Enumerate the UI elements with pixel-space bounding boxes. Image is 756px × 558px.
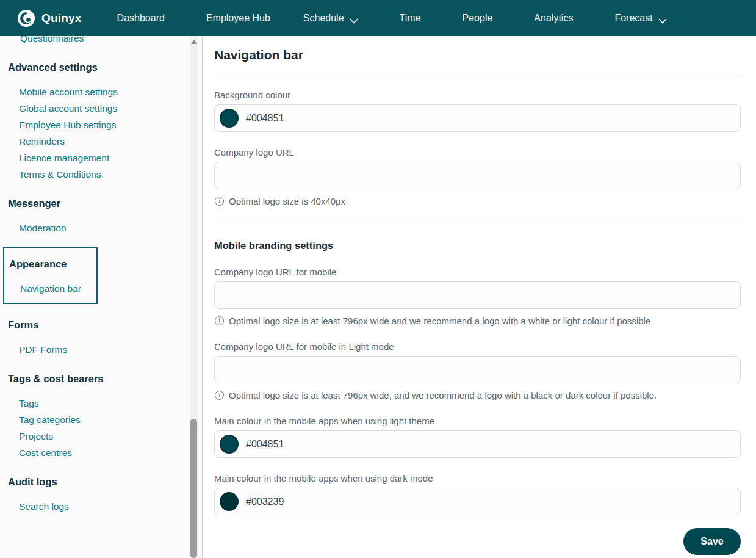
nav-schedule-label: Schedule bbox=[303, 13, 344, 24]
scrollbar-up-arrow-icon[interactable] bbox=[191, 40, 197, 44]
dark-mode-colour-input[interactable] bbox=[214, 488, 741, 515]
mobile-logo-size-hint-text: Optimal logo size is at least 796px wide… bbox=[229, 316, 650, 326]
sidebar-heading-forms: Forms bbox=[0, 319, 189, 331]
mobile-logo-light-url-input[interactable] bbox=[214, 356, 741, 383]
save-row: Save bbox=[214, 528, 741, 555]
top-navigation-bar: Quinyx Dashboard Employee Hub Schedule T… bbox=[0, 0, 756, 36]
sidebar-heading-appearance: Appearance bbox=[4, 258, 96, 270]
nav-employee-hub[interactable]: Employee Hub bbox=[206, 8, 270, 29]
info-icon: i bbox=[215, 197, 224, 206]
mobile-logo-size-hint: i Optimal logo size is at least 796px wi… bbox=[215, 316, 741, 326]
nav-dashboard-label: Dashboard bbox=[117, 13, 165, 24]
sidebar-heading-messenger: Messenger bbox=[0, 198, 189, 209]
nav-time-label: Time bbox=[400, 13, 421, 24]
nav-analytics-label: Analytics bbox=[534, 13, 573, 24]
sidebar-item-reminders[interactable]: Reminders bbox=[0, 133, 189, 150]
sidebar-item-employee-hub-settings[interactable]: Employee Hub settings bbox=[0, 117, 189, 133]
light-theme-colour-label: Main colour in the mobile apps when usin… bbox=[214, 416, 741, 426]
brand-name: Quinyx bbox=[41, 12, 82, 25]
mobile-logo-url-label: Company logo URL for mobile bbox=[214, 267, 741, 277]
nav-employee-hub-label: Employee Hub bbox=[206, 13, 270, 24]
info-icon: i bbox=[215, 316, 224, 325]
sidebar-item-cost-centres[interactable]: Cost centres bbox=[0, 444, 189, 461]
quinyx-logo-icon bbox=[17, 9, 35, 27]
sidebar-item-tag-categories[interactable]: Tag categories bbox=[0, 411, 189, 428]
sidebar-item-tags[interactable]: Tags bbox=[0, 395, 189, 411]
info-icon: i bbox=[215, 391, 224, 400]
dark-mode-colour-label: Main colour in the mobile apps when usin… bbox=[214, 473, 741, 484]
sidebar-heading-audit-logs: Audit logs bbox=[0, 476, 189, 488]
dark-mode-colour-value[interactable] bbox=[246, 496, 735, 507]
nav-dashboard[interactable]: Dashboard bbox=[117, 8, 165, 29]
primary-nav: Dashboard Employee Hub Schedule Time Peo… bbox=[117, 8, 708, 29]
sidebar-heading-advanced-settings: Advanced settings bbox=[0, 62, 189, 73]
dark-mode-colour-swatch[interactable] bbox=[220, 492, 239, 511]
nav-analytics[interactable]: Analytics bbox=[534, 8, 573, 29]
background-colour-label: Background colour bbox=[214, 90, 741, 100]
title-divider bbox=[214, 74, 741, 74]
mobile-logo-light-size-hint: i Optimal logo size is at least 796px wi… bbox=[215, 390, 741, 400]
background-colour-input[interactable] bbox=[214, 104, 741, 132]
sidebar-item-mobile-account-settings[interactable]: Mobile account settings bbox=[0, 84, 189, 100]
sidebar-item-pdf-forms[interactable]: PDF Forms bbox=[0, 341, 189, 358]
sidebar-item-moderation[interactable]: Moderation bbox=[0, 220, 189, 236]
scrollbar-thumb[interactable] bbox=[190, 419, 197, 558]
sidebar-heading-tags-cost-bearers: Tags & cost bearers bbox=[0, 373, 189, 385]
quinyx-logo[interactable]: Quinyx bbox=[17, 9, 82, 27]
save-button[interactable]: Save bbox=[683, 528, 741, 555]
mobile-logo-light-size-hint-text: Optimal logo size is at least 796px wide… bbox=[229, 390, 657, 400]
sidebar-item-licence-management[interactable]: Licence management bbox=[0, 150, 189, 166]
nav-people-label: People bbox=[463, 13, 493, 24]
sidebar-item-terms-conditions[interactable]: Terms & Conditions bbox=[0, 166, 189, 183]
mobile-branding-heading: Mobile branding settings bbox=[214, 240, 741, 252]
nav-forecast[interactable]: Forecast bbox=[614, 8, 666, 29]
chevron-down-icon bbox=[350, 15, 358, 21]
background-colour-value[interactable] bbox=[246, 113, 735, 124]
nav-people[interactable]: People bbox=[463, 8, 493, 29]
nav-schedule[interactable]: Schedule bbox=[303, 8, 358, 29]
sidebar-active-section-box: Appearance Navigation bar bbox=[3, 247, 98, 304]
mobile-logo-light-url-label: Company logo URL for mobile in Light mod… bbox=[214, 341, 741, 352]
nav-time[interactable]: Time bbox=[400, 8, 421, 29]
settings-panel: Navigation bar Background colour Company… bbox=[203, 36, 756, 558]
sidebar-item-questionnaires[interactable]: Questionnaires bbox=[0, 36, 189, 46]
nav-forecast-label: Forecast bbox=[614, 13, 652, 24]
light-theme-colour-value[interactable] bbox=[246, 439, 735, 450]
light-theme-colour-input[interactable] bbox=[214, 430, 741, 458]
page-title: Navigation bar bbox=[214, 48, 741, 62]
sidebar-item-search-logs[interactable]: Search logs bbox=[0, 498, 189, 515]
sidebar-item-navigation-bar[interactable]: Navigation bar bbox=[4, 280, 96, 297]
mobile-logo-url-input[interactable] bbox=[214, 281, 741, 309]
sidebar-item-global-account-settings[interactable]: Global account settings bbox=[0, 100, 189, 117]
background-colour-swatch[interactable] bbox=[220, 109, 239, 128]
chevron-down-icon bbox=[658, 15, 667, 21]
sidebar-item-projects[interactable]: Projects bbox=[0, 428, 189, 444]
company-logo-size-hint-text: Optimal logo size is 40x40px bbox=[229, 196, 345, 206]
company-logo-url-label: Company logo URL bbox=[214, 147, 741, 158]
company-logo-url-input[interactable] bbox=[214, 162, 741, 189]
company-logo-size-hint: i Optimal logo size is 40x40px bbox=[215, 196, 741, 206]
section-divider bbox=[214, 223, 741, 223]
settings-sidebar: Questionnaires Advanced settings Mobile … bbox=[0, 36, 203, 558]
light-theme-colour-swatch[interactable] bbox=[220, 435, 239, 454]
sidebar-scrollbar[interactable] bbox=[190, 36, 198, 558]
